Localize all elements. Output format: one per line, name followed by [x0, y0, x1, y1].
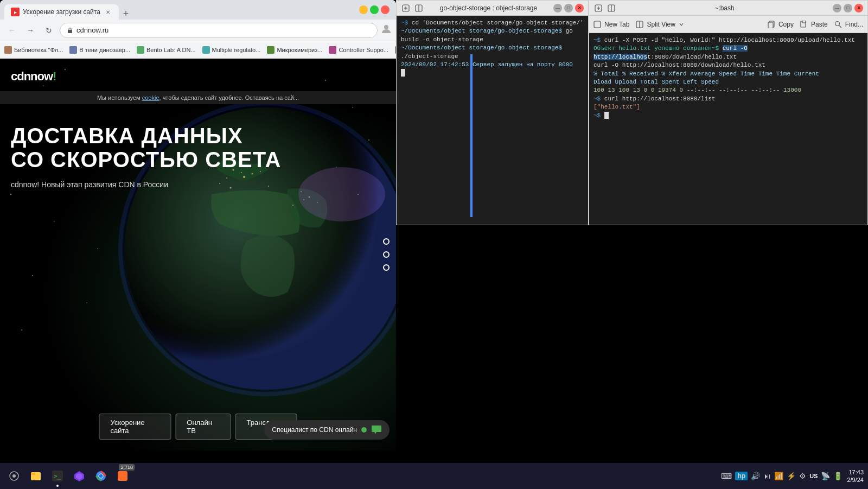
svg-rect-70 [31, 473, 35, 475]
browser-tab-active[interactable]: ▶ Ускорение загрузки сайта ✕ [4, 4, 119, 20]
taskbar-clock[interactable]: 17:43 2/9/24 [847, 468, 864, 484]
keyboard-icon[interactable]: ⌨ [721, 472, 732, 480]
tab-close-button[interactable]: ✕ [104, 8, 112, 16]
battery-icon[interactable]: 🔋 [833, 472, 843, 480]
terminal-right-content[interactable]: ~$ curl -X POST -d "Hello, World!" http:… [589, 33, 867, 225]
bash-line-7: ~$ curl http://localhost:8080/list [593, 95, 863, 103]
terminal-cursor-line [401, 69, 405, 77]
nav-dot-3[interactable] [383, 264, 390, 271]
bookmark-label-1: Библиотека "Фл... [14, 47, 63, 53]
taskbar: >_ 2,718 ⌨ hp 🔊 ⏯ 📶 ⚡ ⚙ US 📡 🔋 [0, 463, 868, 489]
terminal-left: go-object-storage : object-storage — □ ✕… [396, 0, 589, 225]
nav-dot-1[interactable] [383, 238, 390, 245]
svg-rect-5 [69, 46, 77, 54]
terminal-right-expand-button[interactable]: □ [844, 4, 852, 12]
hero-line2: СО СКОРОСТЬЮ СВЕТА [11, 148, 282, 172]
terminal-right-pin-button[interactable]: — [833, 4, 841, 12]
taskbar-app-files[interactable] [26, 466, 46, 486]
cdn-website-content: cdnnow! Мы используем cookie, чтобы сдел… [0, 59, 396, 450]
nav-dot-2[interactable] [383, 251, 390, 258]
bookmark-item-5[interactable]: Микрохимериз... [267, 46, 322, 54]
cdn-tab-1[interactable]: Ускорение сайта [99, 414, 171, 440]
terminal-left-content[interactable]: ~$ cd 'Documents/object storage/go-objec… [397, 16, 588, 225]
keyboard-layout[interactable]: US [809, 473, 818, 479]
split-view-label[interactable]: Split View [647, 21, 675, 28]
browser-minimize-button[interactable] [359, 5, 368, 14]
bookmark-item-4[interactable]: Multiple regulato... [202, 46, 261, 54]
terminal-line-3: ~/Documents/object storage/go-object-sto… [401, 44, 584, 61]
svg-rect-62 [768, 22, 773, 28]
wifi-icon[interactable]: 📡 [821, 472, 830, 480]
bookmark-label-2: В тени динозавр... [79, 47, 130, 53]
terminal-left-pin-button[interactable]: — [553, 4, 562, 12]
paste-label[interactable]: Paste [811, 21, 828, 28]
bookmark-label-3: Bento Lab: A DN... [146, 47, 196, 53]
browser-window: ▶ Ускорение загрузки сайта ✕ + ← → ↻ cdn… [0, 0, 396, 450]
reload-button[interactable]: ↻ [41, 23, 56, 38]
terminal-right-new-tab-button[interactable] [593, 3, 603, 13]
bash-line-2: Объект hello.txt успешно сохранен~$ curl… [593, 45, 863, 61]
svg-rect-2 [68, 30, 72, 33]
hero-subtitle: cdnnow! Новый этап развития CDN в России [11, 180, 282, 189]
chat-online-dot [361, 427, 367, 433]
cdn-logo: cdnnow! [11, 69, 56, 84]
taskbar-app-terminal[interactable]: >_ [48, 466, 67, 486]
terminal-left-expand-button[interactable]: □ [564, 4, 573, 12]
find-label[interactable]: Find... [845, 21, 863, 28]
back-button[interactable]: ← [4, 23, 20, 38]
bookmark-item-3[interactable]: Bento Lab: A DN... [137, 46, 196, 54]
power-icon[interactable]: ⚡ [787, 472, 796, 480]
terminal-left-close-button[interactable]: ✕ [575, 4, 584, 12]
bookmark-label-5: Микрохимериз... [277, 47, 322, 53]
svg-rect-58 [594, 21, 601, 28]
new-tab-label[interactable]: New Tab [604, 21, 629, 28]
tab-title: Ускорение загрузки сайта [23, 8, 100, 16]
app-badge: 2,718 [119, 464, 135, 471]
browser-close-button[interactable] [381, 5, 390, 14]
address-bar[interactable]: cdnnow.ru [60, 23, 378, 38]
cdn-tab-2[interactable]: Онлайн ТВ [175, 414, 231, 440]
svg-rect-78 [118, 471, 127, 481]
logo-text: cdnnow! [11, 69, 56, 83]
browser-tabs: ▶ Ускорение загрузки сайта ✕ + [4, 0, 357, 20]
terminal-split-button[interactable] [414, 3, 424, 13]
bash-line-1: ~$ curl -X POST -d "Hello, World!" http:… [593, 36, 863, 45]
bookmark-favicon-5 [267, 46, 275, 54]
terminal-right-split-button[interactable] [607, 3, 616, 13]
lock-icon [67, 27, 73, 34]
terminal-line-1: ~$ cd 'Documents/object storage/go-objec… [401, 19, 584, 27]
hp-icon[interactable]: hp [735, 472, 748, 480]
hero-line1: ДОСТАВКА ДАННЫХ [11, 124, 282, 148]
network-icon[interactable]: 📶 [774, 472, 783, 480]
bookmark-item-6[interactable]: Controller Suppo... [329, 46, 388, 54]
bookmark-favicon-2 [69, 46, 77, 54]
taskbar-app-chrome[interactable] [91, 466, 111, 486]
svg-rect-8 [267, 46, 275, 54]
volume-icon[interactable]: 🔊 [751, 472, 760, 480]
clock-date: 2/9/24 [847, 476, 864, 484]
bookmark-item-1[interactable]: Библиотека "Фл... [4, 46, 63, 54]
copy-icon [768, 21, 775, 28]
cookie-link[interactable]: cookie [142, 94, 159, 101]
terminal-new-tab-button[interactable] [401, 3, 411, 13]
chat-widget[interactable]: Специалист по CDN онлайн [264, 420, 390, 440]
terminal-line-4: 2024/09/02 17:42:53 Сервер запущен на по… [401, 61, 584, 69]
bash-line-6: 100 13 100 13 0 0 19374 0 --:--:-- --:--… [593, 86, 863, 94]
media-icon[interactable]: ⏯ [763, 472, 771, 480]
bookmark-label-6: Controller Suppo... [339, 47, 388, 53]
browser-maximize-button[interactable] [370, 5, 379, 14]
new-tab-button[interactable]: + [119, 8, 133, 20]
forward-button[interactable]: → [23, 23, 38, 38]
terminal-right: ~:bash — □ ✕ New Tab Split View Copy Pas… [589, 0, 868, 225]
taskbar-start-button[interactable] [4, 466, 24, 486]
copy-label[interactable]: Copy [778, 21, 794, 28]
svg-point-3 [384, 25, 388, 29]
settings-icon[interactable]: ⚙ [799, 472, 806, 480]
taskbar-app-badge[interactable]: 2,718 [113, 466, 132, 486]
taskbar-app-obsidian[interactable] [69, 466, 89, 486]
profile-button[interactable] [381, 23, 392, 37]
terminal-right-close-button[interactable]: ✕ [854, 4, 863, 12]
bookmark-favicon-3 [137, 46, 144, 54]
url-text: cdnnow.ru [76, 26, 108, 34]
bookmark-item-2[interactable]: В тени динозавр... [69, 46, 130, 54]
